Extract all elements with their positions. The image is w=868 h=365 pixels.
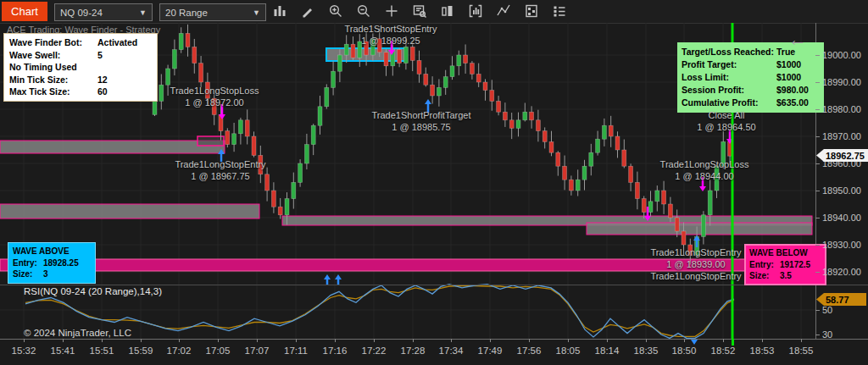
time-label: 15:51 [90, 346, 114, 356]
price-tick [815, 218, 820, 218]
price-label: 18970.00 [822, 131, 861, 141]
time-tick [490, 339, 491, 342]
time-label: 15:59 [129, 346, 153, 356]
strategy-icon[interactable] [523, 3, 540, 19]
zoom-out-icon[interactable] [355, 3, 372, 19]
stats-row: Session Profit:$980.00 [682, 84, 820, 97]
price-tick [815, 272, 820, 273]
toolbar: Chart NQ 09-24 ▼ 20 Range ▼ [0, 0, 868, 24]
time-label: 17:11 [284, 346, 308, 356]
wave-below-size-value: 3.5 [780, 270, 792, 282]
info-row: Max Tick Size:60 [9, 86, 152, 98]
panel-divider [0, 285, 868, 285]
time-tick [374, 339, 375, 342]
zone-pink [0, 259, 749, 271]
wave-above-title: WAVE ABOVE [13, 246, 91, 257]
zoom-in-icon[interactable] [327, 3, 344, 19]
price-label: 19000.00 [822, 50, 861, 60]
properties-icon[interactable] [551, 3, 568, 19]
trade-annotation: Trade1LongStopLoss1 @ 18944.00 [660, 159, 749, 182]
toolbar-icons [271, 3, 568, 19]
price-tick [815, 136, 820, 137]
scroll-to-end-arrow-icon[interactable]: ← [788, 29, 807, 51]
info-row: Min Tick Size:12 [9, 74, 152, 86]
time-label: 18:35 [634, 346, 659, 356]
tab-chart[interactable]: Chart [2, 2, 47, 21]
price-tick [815, 109, 820, 110]
last-price-value: 18962.75 [826, 151, 865, 161]
time-tick [451, 339, 452, 342]
copyright-label: © 2024 NinjaTrader, LLC [24, 328, 131, 338]
ninjatrader-chart-window: Chart NQ 09-24 ▼ 20 Range ▼ ACE Trading:… [0, 0, 868, 365]
time-label: 17:56 [517, 346, 542, 356]
instrument-dropdown[interactable]: NQ 09-24 ▼ [54, 3, 153, 21]
rsi-scale-label: 30 [822, 329, 832, 340]
time-label: 17:49 [478, 346, 503, 356]
data-box-icon[interactable] [411, 3, 428, 19]
price-tick [815, 245, 820, 246]
wave-below-title: WAVE BELOW [749, 247, 821, 259]
time-tick [179, 339, 180, 342]
info-row: Wave Finder Bot:Activated [9, 36, 152, 49]
zone-outline [198, 136, 224, 146]
wave-below-entry-value: 19172.5 [780, 259, 810, 271]
trade-annotation: Trade1ShortStopEntry1 @ 18999.25 [344, 24, 437, 47]
price-label: 18930.00 [822, 240, 861, 250]
profit-stats-box[interactable]: Target/Loss Reached:TrueProfit Target:$1… [677, 42, 824, 113]
wave-above-size-label: Size: [13, 268, 43, 280]
current-bar-time-tick [732, 339, 734, 346]
time-label: 18:52 [711, 346, 736, 356]
time-tick [63, 339, 64, 342]
rsi-tick [815, 310, 820, 311]
time-tick [607, 339, 608, 342]
time-label: 18:14 [595, 346, 620, 356]
time-tick [529, 339, 530, 342]
chevron-down-icon: ▼ [139, 8, 147, 17]
price-tick [815, 82, 820, 83]
trade-annotation: Trade1LongStopEntry [650, 271, 741, 283]
chart-style-icon[interactable] [271, 3, 288, 19]
time-label: 17:02 [167, 346, 192, 356]
interval-dropdown[interactable]: 20 Range ▼ [159, 3, 266, 21]
stats-row: Loss Limit:$1000 [682, 71, 820, 84]
time-tick [801, 339, 802, 342]
price-label: 18920.00 [822, 267, 861, 277]
wave-above-entry-value: 18928.25 [43, 257, 79, 269]
time-label: 15:32 [12, 346, 36, 356]
info-row: Wave Swell:5 [9, 49, 152, 62]
wave-below-box[interactable]: WAVE BELOW Entry: 19172.5 Size: 3.5 [744, 244, 826, 285]
info-row: No Timing Used [9, 61, 152, 74]
price-tick [815, 191, 820, 191]
stats-row: Cumulative Profit:$635.00 [682, 97, 820, 109]
stats-row: Profit Target:$1000 [682, 58, 820, 71]
time-label: 17:07 [245, 346, 270, 356]
trade-annotation: Trade1ShortProfitTarget1 @ 18985.75 [372, 110, 471, 133]
price-label: 18980.00 [822, 104, 861, 114]
instrument-value: NQ 09-24 [60, 8, 103, 18]
time-tick [413, 339, 414, 342]
time-tick [141, 339, 142, 342]
time-tick [257, 339, 258, 342]
time-tick [723, 339, 724, 342]
rsi-indicator-label: RSI(NQ 09-24 (20 Range),14,3) [24, 286, 162, 296]
time-label: 17:22 [362, 346, 387, 356]
time-axis-marker [691, 340, 698, 345]
zone-gray [0, 141, 225, 153]
chevron-down-icon: ▼ [253, 8, 260, 17]
rsi-tick [815, 335, 820, 335]
chart-trader-icon[interactable] [439, 3, 456, 19]
wave-below-size-label: Size: [749, 270, 780, 282]
wave-finder-info-box[interactable]: Wave Finder Bot:ActivatedWave Swell:5No … [3, 33, 158, 102]
wave-above-size-value: 3 [43, 268, 48, 280]
draw-icon[interactable] [299, 3, 316, 19]
crosshair-icon[interactable] [383, 3, 400, 19]
time-tick [568, 339, 569, 342]
trade-annotation: Close All1 @ 18964.50 [697, 110, 755, 133]
time-label: 17:34 [439, 346, 464, 356]
trade-annotation: Trade1LongStopEntry1 @ 18967.75 [175, 159, 265, 182]
chart-window-icon[interactable] [467, 3, 484, 19]
time-label: 17:05 [206, 346, 231, 356]
wave-above-box[interactable]: WAVE ABOVE Entry: 18928.25 Size: 3 [8, 242, 96, 284]
time-label: 18:05 [556, 346, 581, 356]
polyline-icon[interactable] [495, 3, 512, 19]
